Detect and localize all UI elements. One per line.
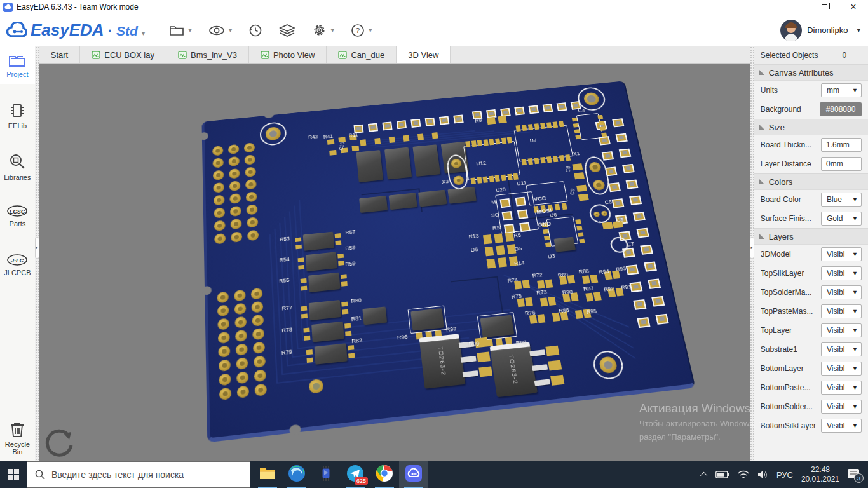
smd-pad (471, 140, 476, 147)
input-board-thickn[interactable]: 1.6mm (821, 138, 862, 152)
sidebar-item-project[interactable]: Project (0, 46, 35, 84)
smd-pad (344, 323, 351, 329)
edition-caret-icon[interactable]: ▾ (142, 29, 146, 37)
restore-button[interactable] (810, 0, 839, 14)
smd-pad (470, 177, 475, 184)
smd-pad (337, 254, 344, 259)
silkscreen-label: R78 (281, 326, 292, 334)
section-header-colors[interactable]: Colors (754, 173, 868, 190)
sidebar-collapse-handle[interactable]: ▸ (35, 237, 39, 259)
sidebar-item-label: Parts (10, 220, 26, 227)
select-bottompaste[interactable]: Visibl▼ (821, 381, 862, 395)
layers-button[interactable] (279, 24, 295, 37)
sidebar-item-recycle-bin[interactable]: Recycle Bin (0, 414, 35, 461)
help-button[interactable]: ? ▾ (351, 24, 372, 37)
soic-component (418, 190, 447, 207)
select-surface-finis[interactable]: Gold▼ (821, 212, 862, 226)
tray-expand-icon[interactable] (700, 472, 707, 479)
select-toplayer[interactable]: Visibl▼ (821, 323, 862, 337)
smd-pad (559, 121, 564, 127)
smd-pad (482, 176, 487, 182)
close-button[interactable]: × (839, 0, 868, 14)
select-bottomsolder[interactable]: Visibl▼ (821, 400, 862, 414)
action-center-icon[interactable]: 3 (848, 468, 862, 481)
color-swatch-background[interactable]: #808080 (820, 102, 862, 116)
notification-badge: 3 (854, 473, 864, 483)
panel-resize-gutter[interactable]: ▸ (750, 46, 754, 461)
selected-objects-row: Selected Objects 0 (754, 46, 868, 64)
silkscreen-label: R98 (515, 339, 527, 346)
select-toppastemas[interactable]: Visibl▼ (821, 304, 862, 318)
section-header-layers[interactable]: Layers (754, 228, 868, 245)
smd-pad (494, 233, 503, 243)
smd-pad (545, 242, 551, 247)
silkscreen-label: R88 (578, 268, 590, 275)
sidebar-item-jlcpcb[interactable]: J·LCJLCPCB (0, 247, 35, 282)
lcsc-icon: LCSC (6, 205, 28, 217)
3d-view-canvas[interactable]: R41R42C10C11R9U12X3U7U4X1C8C9U20VCCMOSIG… (39, 64, 750, 461)
taskbar-app-telegram[interactable]: 625 (341, 461, 370, 488)
section-header-canvas-attributes[interactable]: Canvas Attributes (754, 64, 868, 81)
history-button[interactable] (248, 24, 262, 37)
smd-pad (582, 275, 590, 284)
attribute-row-bottompaste: BottomPaste...Visibl▼ (754, 378, 868, 397)
input-layer-distance[interactable]: 0mm (821, 157, 862, 171)
select-3dmodel[interactable]: Visibl▼ (821, 247, 862, 261)
file-menu-button[interactable]: ▾ (169, 24, 192, 37)
tab-bms-inv-v3[interactable]: Bms_inv_V3 (166, 46, 249, 63)
user-menu[interactable]: Dimonlipko ▾ (780, 20, 860, 41)
volume-icon[interactable] (757, 470, 768, 479)
tab-start[interactable]: Start (39, 46, 80, 63)
language-indicator[interactable]: РУС (776, 470, 793, 480)
sidebar-item-parts[interactable]: LCSCParts (0, 198, 35, 233)
taskbar-app-edge[interactable] (282, 461, 311, 488)
taskbar-app-easyeda[interactable] (399, 461, 428, 488)
silkscreen-label: R92 (603, 285, 614, 293)
smd-pad (483, 139, 488, 146)
select-substrate1[interactable]: Visibl▼ (821, 342, 862, 356)
select-bottomlayer[interactable]: Visibl▼ (821, 362, 862, 376)
battery-icon[interactable] (715, 471, 729, 478)
sidebar-item-eelib[interactable]: EELib (0, 95, 35, 135)
smd-pad (611, 198, 624, 208)
wifi-icon[interactable] (738, 470, 749, 479)
sidebar-resize-gutter[interactable]: ▸ (35, 46, 39, 461)
select-board-color[interactable]: Blue▼ (821, 193, 862, 207)
view-menu-button[interactable]: ▾ (208, 25, 233, 36)
panel-collapse-handle[interactable]: ▸ (750, 237, 754, 259)
relay-component (308, 273, 340, 292)
attribute-label: Board Thickn... (761, 140, 811, 149)
smd-pad (341, 274, 347, 279)
smd-pad (543, 229, 548, 234)
smd-pad (297, 257, 304, 262)
sidebar-item-libraries[interactable]: Libraries (0, 147, 35, 187)
taskbar-app-chrome[interactable] (370, 461, 399, 488)
collapse-triangle-icon (759, 70, 764, 75)
select-topsolderma[interactable]: Visibl▼ (821, 285, 862, 299)
schematic-doc-icon (92, 51, 100, 59)
smd-pad (556, 102, 567, 111)
rotate-view-icon[interactable] (42, 426, 76, 461)
clock[interactable]: 22:48 20.01.2021 (801, 465, 839, 484)
settings-button[interactable]: ▾ (312, 23, 334, 37)
minimize-button[interactable]: – (780, 0, 810, 14)
section-header-size[interactable]: Size (754, 119, 868, 135)
pcb-board-3d[interactable]: R41R42C10C11R9U12X3U7U4X1C8C9U20VCCMOSIG… (201, 81, 695, 442)
tab-photo-view[interactable]: Photo View (249, 46, 327, 63)
smd-pad (341, 302, 348, 307)
start-button[interactable] (0, 461, 27, 488)
smd-pad (546, 156, 552, 163)
taskbar-app-file-explorer[interactable] (253, 461, 282, 488)
tab-ecu-box-lay[interactable]: ECU BOX lay (80, 46, 166, 63)
silkscreen-label: R41 (323, 133, 333, 140)
smd-pad (360, 139, 366, 146)
silkscreen-label: R72 (531, 271, 543, 278)
select-units[interactable]: mm▼ (821, 83, 862, 97)
select-bottomsilklayer[interactable]: Visibl▼ (821, 419, 862, 433)
tab-3d-view[interactable]: 3D View (397, 46, 451, 63)
select-topsilklayer[interactable]: Visibl▼ (821, 266, 862, 280)
tab-can-due[interactable]: Can_due (327, 46, 397, 63)
document-tabbar: StartECU BOX layBms_inv_V3Photo ViewCan_… (39, 46, 750, 64)
taskbar-search[interactable]: Введите здесь текст для поиска (27, 461, 250, 488)
taskbar-app-chip-programmer[interactable] (311, 461, 341, 488)
